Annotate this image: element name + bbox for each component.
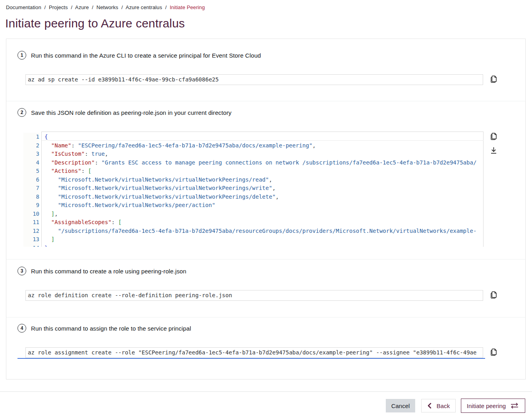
step-2-download-button[interactable] <box>489 146 498 155</box>
page-title: Initiate peering to Azure centralus <box>5 17 185 30</box>
breadcrumb: Documentation / Projects / Azure / Netwo… <box>6 4 206 10</box>
breadcrumb-documentation[interactable]: Documentation <box>6 4 41 10</box>
step-3-instruction: Run this command to create a role using … <box>31 268 186 275</box>
json-editor[interactable]: { "Name": "ESCPeering/fa7eed6a-1ec5-4efa… <box>41 132 484 247</box>
section-divider <box>6 259 525 259</box>
breadcrumb-separator: / <box>44 4 46 10</box>
breadcrumb-separator: / <box>121 4 123 10</box>
step-2-instruction: Save this JSON role definition as peerin… <box>31 109 232 116</box>
step-4-horizontal-scrollbar[interactable] <box>17 358 485 359</box>
breadcrumb-current: Initiate Peering <box>170 4 205 10</box>
step-1-copy-button[interactable] <box>489 75 498 84</box>
transfer-arrows-icon <box>510 403 519 409</box>
initiate-peering-page: Documentation / Projects / Azure / Netwo… <box>0 0 532 420</box>
breadcrumb-azure-centralus[interactable]: Azure centralus <box>126 4 162 10</box>
step-4-command-box[interactable]: az role assignment create --role "ESCPee… <box>25 347 483 358</box>
section-divider <box>6 317 525 317</box>
step-3-number-badge: 3 <box>17 267 26 275</box>
step-2-number-badge: 2 <box>17 108 26 117</box>
breadcrumb-separator: / <box>92 4 93 10</box>
breadcrumb-azure[interactable]: Azure <box>75 4 89 10</box>
json-editor-active-line <box>42 140 484 141</box>
step-3-copy-button[interactable] <box>489 290 498 300</box>
breadcrumb-separator: / <box>71 4 72 10</box>
step-3-number: 3 <box>21 268 23 274</box>
step-4-command-text: az role assignment create --role "ESCPee… <box>28 349 476 356</box>
footer-divider <box>0 391 532 392</box>
step-2-number: 2 <box>21 110 23 115</box>
wizard-card: 1 Run this command in the Azure CLI to c… <box>6 39 526 379</box>
back-button-label: Back <box>437 403 450 409</box>
initiate-peering-button-label: Initiate peering <box>467 403 506 409</box>
step-4-number-badge: 4 <box>17 324 26 333</box>
cancel-button-label: Cancel <box>391 403 410 409</box>
step-4-instruction: Run this command to assign the role to t… <box>31 325 191 332</box>
step-1-command-text: az ad sp create --id e3899b11-4f6c-49ae-… <box>28 76 219 83</box>
back-button[interactable]: Back <box>421 399 456 412</box>
step-1-number: 1 <box>21 52 23 58</box>
step-4-number: 4 <box>21 325 23 331</box>
step-2-copy-button[interactable] <box>489 132 498 141</box>
download-icon <box>489 146 498 155</box>
chevron-left-icon <box>427 403 431 409</box>
step-1-instruction: Run this command in the Azure CLI to cre… <box>31 52 261 59</box>
copy-icon <box>489 132 498 141</box>
copy-icon <box>489 348 498 357</box>
copy-icon <box>489 75 498 84</box>
breadcrumb-projects[interactable]: Projects <box>49 4 68 10</box>
step-3-command-box[interactable]: az role definition create --role-definit… <box>25 290 483 301</box>
section-divider <box>6 101 525 101</box>
breadcrumb-separator: / <box>165 4 167 10</box>
copy-icon <box>489 290 498 300</box>
step-1-number-badge: 1 <box>17 51 26 60</box>
initiate-peering-button[interactable]: Initiate peering <box>461 399 525 413</box>
step-1-command-box[interactable]: az ad sp create --id e3899b11-4f6c-49ae-… <box>25 74 483 85</box>
breadcrumb-networks[interactable]: Networks <box>97 4 118 10</box>
cancel-button[interactable]: Cancel <box>386 399 415 412</box>
step-3-command-text: az role definition create --role-definit… <box>28 292 232 298</box>
json-editor-gutter: 1234567891011121314 <box>23 133 39 247</box>
step-4-copy-button[interactable] <box>489 348 498 357</box>
